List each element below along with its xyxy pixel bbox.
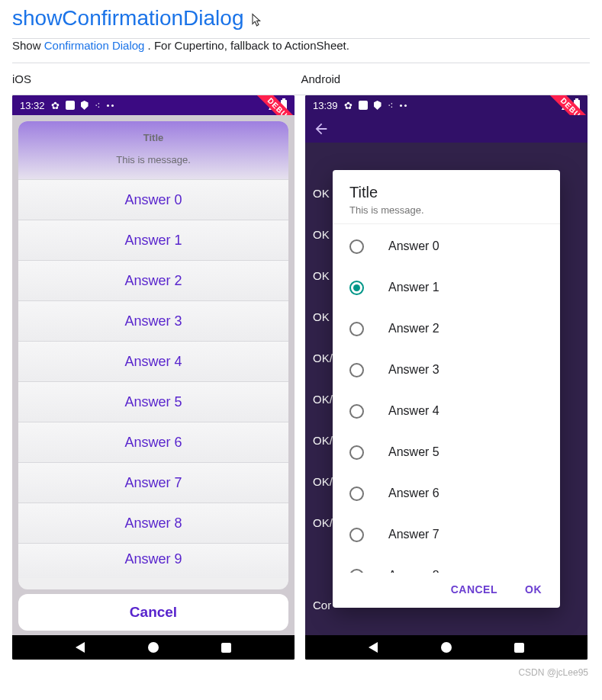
shield-icon	[374, 101, 381, 110]
ios-answer-button[interactable]: Answer 1	[18, 220, 288, 260]
desc-prefix: Show	[12, 39, 44, 52]
screenshots-row: 13:32 ✿ ⁖ DEBUG Title This is message. A	[0, 95, 602, 664]
android-answer-radio[interactable]: Answer 5	[333, 432, 560, 473]
ios-answer-button[interactable]: Answer 8	[18, 503, 288, 543]
android-answer-label: Answer 3	[388, 363, 439, 377]
android-answer-label: Answer 4	[388, 404, 439, 418]
android-dialog-message: This is message.	[349, 204, 543, 216]
doc-description: Show Confirmation Dialog . For Cupertino…	[0, 39, 602, 63]
dots-icon	[400, 104, 407, 107]
radio-icon	[349, 486, 364, 501]
android-answer-label: Answer 2	[388, 322, 439, 336]
android-answer-radio[interactable]: Answer 3	[333, 349, 560, 390]
ios-answer-button[interactable]: Answer 3	[18, 300, 288, 341]
radio-icon	[349, 239, 364, 254]
ios-sheet-header: Title This is message.	[18, 121, 288, 179]
android-answer-radio[interactable]: Answer 1	[333, 267, 560, 308]
android-status-bar: 13:39 ✿ ⁖	[305, 95, 588, 115]
android-screenshot: 13:39 ✿ ⁖ DEBUG OK OK OK	[305, 95, 588, 660]
radio-icon	[349, 363, 364, 377]
android-answer-label: Answer 6	[388, 486, 439, 500]
ios-time: 13:32	[20, 100, 45, 111]
group-icon: ⁖	[388, 100, 394, 111]
nav-recents-icon[interactable]	[221, 643, 231, 653]
platform-android-label: Android	[301, 72, 591, 85]
android-answer-label: Answer 1	[388, 281, 439, 294]
radio-icon-selected	[349, 281, 364, 295]
platform-header-row: iOS Android	[0, 63, 602, 95]
android-dialog-header: Title This is message.	[333, 170, 560, 224]
android-nav-bar	[305, 635, 588, 660]
android-answer-list: Answer 0 Answer 1 Answer 2 Answer 3 Answ…	[333, 224, 560, 573]
android-ok-button[interactable]: OK	[525, 583, 542, 596]
title-text: showConfirmationDialog	[12, 6, 243, 30]
nav-home-icon[interactable]	[441, 642, 452, 653]
radio-icon	[349, 569, 364, 573]
radio-icon	[349, 404, 364, 419]
nav-back-icon[interactable]	[369, 642, 378, 653]
ios-screenshot: 13:32 ✿ ⁖ DEBUG Title This is message. A	[12, 95, 295, 660]
ios-action-sheet: Title This is message. Answer 0 Answer 1…	[18, 121, 288, 589]
ios-sheet-message: This is message.	[26, 154, 281, 165]
nav-recents-icon[interactable]	[514, 643, 524, 653]
nav-back-icon[interactable]	[76, 642, 85, 653]
shield-icon	[81, 101, 89, 110]
android-answer-radio[interactable]: Answer 2	[333, 308, 560, 349]
android-answer-label: Answer 0	[388, 239, 439, 253]
ios-answer-button[interactable]: Answer 9	[18, 543, 288, 578]
square-icon	[359, 101, 368, 110]
gear-icon: ✿	[344, 100, 353, 111]
radio-icon	[349, 322, 364, 336]
group-icon: ⁖	[95, 100, 101, 111]
desc-suffix: . For Cupertino, fallback to ActionSheet…	[148, 39, 349, 52]
gear-icon: ✿	[51, 100, 60, 111]
ios-answer-button[interactable]: Answer 4	[18, 341, 288, 381]
confirmation-dialog-link[interactable]: Confirmation Dialog	[44, 39, 145, 52]
android-cancel-button[interactable]: CANCEL	[451, 583, 497, 596]
android-body: OK OK OK OK OK/ OK/ OK/ OK/ OK/ o) Cor	[305, 115, 588, 635]
dots-icon	[107, 104, 114, 107]
android-dialog-actions: CANCEL OK	[333, 573, 560, 608]
square-icon	[66, 101, 75, 110]
android-answer-radio[interactable]: Answer 8	[333, 555, 560, 573]
ios-nav-bar	[12, 635, 295, 660]
android-answer-radio[interactable]: Answer 4	[333, 390, 560, 432]
android-dialog-title: Title	[349, 184, 543, 201]
watermark: CSDN @jcLee95	[0, 664, 602, 686]
android-scrim: OK OK OK OK OK/ OK/ OK/ OK/ OK/ o) Cor	[305, 143, 588, 635]
android-app-bar	[305, 115, 588, 143]
nav-home-icon[interactable]	[148, 642, 159, 653]
page-title: showConfirmationDialog	[0, 0, 602, 38]
android-answer-radio[interactable]: Answer 6	[333, 473, 560, 514]
ios-answer-button[interactable]: Answer 5	[18, 381, 288, 422]
ios-sheet-title: Title	[26, 132, 281, 143]
ios-answer-list: Answer 0 Answer 1 Answer 2 Answer 3 Answ…	[18, 179, 288, 586]
radio-icon	[349, 528, 364, 542]
back-arrow-icon[interactable]	[313, 120, 330, 137]
ios-cancel-button[interactable]: Cancel	[18, 594, 288, 631]
cursor-icon	[249, 8, 262, 22]
ios-answer-button[interactable]: Answer 2	[18, 260, 288, 300]
ios-answer-button[interactable]: Answer 7	[18, 462, 288, 503]
ios-answer-button[interactable]: Answer 6	[18, 422, 288, 462]
android-time: 13:39	[313, 100, 338, 111]
android-answer-label: Answer 7	[388, 528, 439, 541]
radio-icon	[349, 445, 364, 460]
android-dialog: Title This is message. Answer 0 Answer 1…	[333, 170, 560, 608]
ios-answer-button[interactable]: Answer 0	[18, 179, 288, 220]
android-answer-label: Answer 5	[388, 445, 439, 459]
android-answer-radio[interactable]: Answer 7	[333, 514, 560, 555]
android-answer-radio[interactable]: Answer 0	[333, 226, 560, 267]
platform-ios-label: iOS	[12, 72, 301, 85]
ios-status-bar: 13:32 ✿ ⁖	[12, 95, 295, 115]
ios-body: Title This is message. Answer 0 Answer 1…	[12, 115, 295, 635]
